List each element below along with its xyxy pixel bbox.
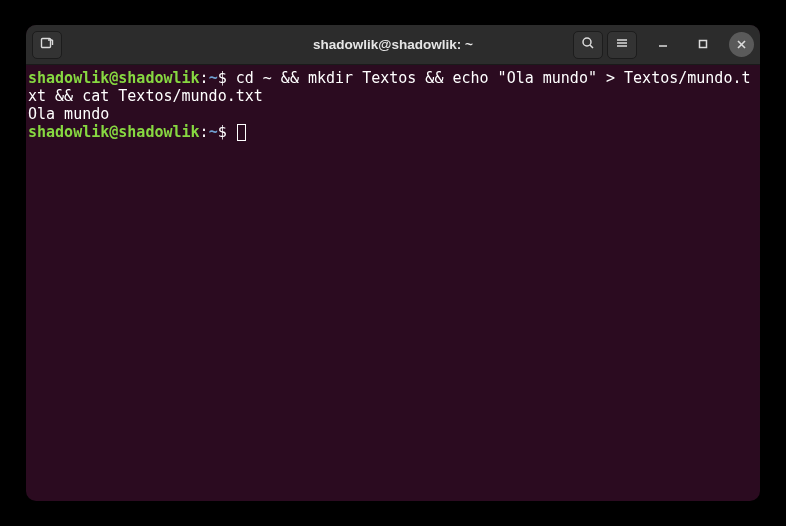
maximize-button[interactable] <box>689 31 717 59</box>
maximize-icon <box>697 35 709 54</box>
terminal-output-1: Ola mundo <box>28 105 758 123</box>
prompt-path: ~ <box>209 123 218 141</box>
close-icon <box>736 35 747 54</box>
new-tab-button[interactable] <box>32 31 62 59</box>
hamburger-menu-icon <box>614 35 630 55</box>
svg-point-3 <box>583 38 591 46</box>
svg-rect-9 <box>700 41 707 48</box>
terminal-line-2: shadowlik@shadowlik:~$ <box>28 123 758 141</box>
terminal-body[interactable]: shadowlik@shadowlik:~$ cd ~ && mkdir Tex… <box>26 65 760 501</box>
minimize-icon <box>657 35 669 54</box>
svg-line-4 <box>590 45 593 48</box>
prompt-path: ~ <box>209 69 218 87</box>
terminal-window: shadowlik@shadowlik: ~ <box>26 25 760 501</box>
terminal-line-1: shadowlik@shadowlik:~$ cd ~ && mkdir Tex… <box>28 69 758 105</box>
new-tab-icon <box>39 35 55 55</box>
prompt-colon: : <box>200 123 209 141</box>
minimize-button[interactable] <box>649 31 677 59</box>
prompt-dollar: $ <box>218 123 236 141</box>
prompt-user-host: shadowlik@shadowlik <box>28 123 200 141</box>
prompt-colon: : <box>200 69 209 87</box>
titlebar-right <box>573 31 754 59</box>
search-icon <box>580 35 596 55</box>
prompt-dollar: $ <box>218 69 236 87</box>
prompt-user-host: shadowlik@shadowlik <box>28 69 200 87</box>
menu-button[interactable] <box>607 31 637 59</box>
close-button[interactable] <box>729 32 754 57</box>
titlebar: shadowlik@shadowlik: ~ <box>26 25 760 65</box>
search-button[interactable] <box>573 31 603 59</box>
cursor <box>237 124 246 141</box>
titlebar-left <box>32 31 62 59</box>
